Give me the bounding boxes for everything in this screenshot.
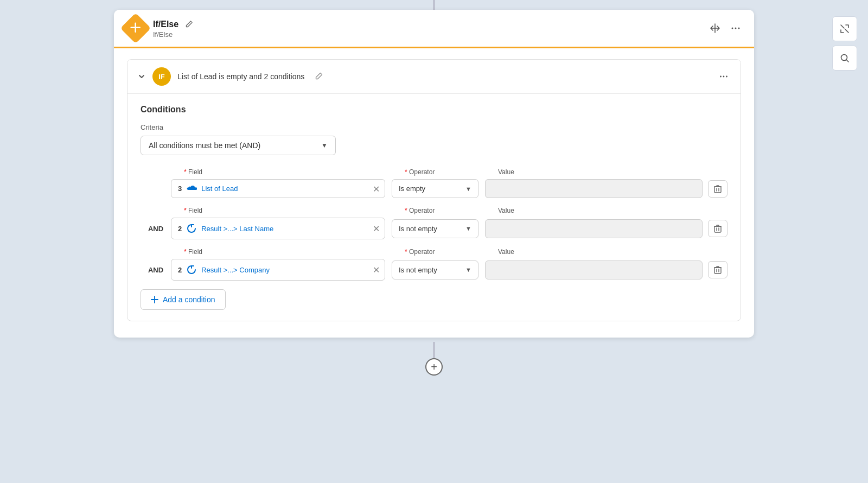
condition-block-header: IF List of Lead is empty and 2 condition…: [127, 60, 741, 94]
refresh-icon-3: [186, 264, 197, 275]
delete-row-2[interactable]: [708, 220, 727, 237]
operator-value-1: Is empty: [399, 185, 425, 193]
operator-select-2[interactable]: Is not empty ▼: [392, 219, 478, 238]
value-header-label-2: Value: [498, 207, 514, 214]
add-condition-button[interactable]: Add a condition: [141, 289, 226, 310]
field-input-2[interactable]: 2 Result >...> Last Name: [171, 218, 385, 239]
criteria-select[interactable]: All conditions must be met (AND) ▼: [141, 136, 336, 155]
plus-icon: [151, 296, 158, 303]
value-input-1[interactable]: [485, 179, 703, 198]
condition-title: List of Lead is empty and 2 conditions: [177, 72, 304, 81]
field-num-1: 3: [178, 185, 182, 193]
row2-prefix: AND: [141, 225, 171, 233]
top-connector: [433, 0, 435, 10]
operator-header-label-3: * Operator: [405, 248, 492, 256]
canvas: If/Else If/Else: [0, 0, 868, 483]
criteria-label: Criteria: [141, 123, 727, 131]
node-header: If/Else If/Else: [114, 10, 754, 47]
node-subtitle: If/Else: [153, 30, 195, 39]
svg-point-6: [723, 76, 725, 78]
condition-row-1: 3 List of Lead ✕ Is empty: [141, 179, 727, 198]
field-clear-2[interactable]: ✕: [373, 224, 380, 234]
condition-row-2: AND 2 Result >...> Last Name: [141, 218, 727, 239]
row-group-3: * Field * Operator Value AND: [141, 248, 727, 281]
operator-header-label: * Operator: [405, 168, 492, 176]
more-options-button[interactable]: [728, 21, 743, 36]
operator-chevron-3: ▼: [465, 266, 471, 273]
field-name-2: Result >...> Last Name: [201, 225, 273, 233]
operator-select-3[interactable]: Is not empty ▼: [392, 260, 478, 279]
condition-block-more-button[interactable]: [717, 69, 731, 84]
field-input-wrap-3: 2 Result >...> Company ✕: [171, 259, 385, 281]
svg-point-4: [738, 28, 740, 29]
row-group-2: * Field * Operator Value AND: [141, 207, 727, 239]
criteria-value: All conditions must be met (AND): [149, 141, 260, 150]
row-group-1: * Field * Operator Value: [141, 168, 727, 198]
field-name-3: Result >...> Company: [201, 266, 270, 274]
collapse-button[interactable]: [137, 72, 146, 81]
field-num-2: 2: [178, 225, 182, 233]
svg-point-3: [735, 28, 737, 29]
operator-select-1[interactable]: Is empty ▼: [392, 179, 478, 198]
field-num-3: 2: [178, 266, 182, 274]
condition-block: IF List of Lead is empty and 2 condition…: [127, 59, 741, 321]
refresh-icon-2: [186, 223, 197, 234]
value-header-label-3: Value: [498, 248, 514, 256]
conditions-heading: Conditions: [141, 105, 727, 115]
if-else-icon: [120, 13, 151, 44]
delete-row-1[interactable]: [708, 180, 727, 198]
value-input-2[interactable]: [485, 219, 703, 238]
svg-rect-10: [714, 268, 721, 274]
row-headers-1: * Field * Operator Value: [141, 168, 727, 176]
delete-row-3[interactable]: [708, 261, 727, 278]
conditions-section: Conditions Criteria All conditions must …: [127, 94, 741, 321]
operator-value-3: Is not empty: [399, 266, 437, 274]
criteria-chevron-icon: ▼: [321, 142, 328, 149]
svg-point-5: [720, 76, 722, 78]
operator-header-label-2: * Operator: [405, 207, 492, 214]
connector-line-bottom: [433, 342, 435, 358]
row3-prefix: AND: [141, 266, 171, 274]
edit-title-button[interactable]: [183, 18, 195, 30]
row-headers-3: * Field * Operator Value: [141, 248, 727, 256]
node-title: If/Else: [153, 18, 195, 30]
condition-row-3: AND 2 Result >...> Company: [141, 259, 727, 281]
node-card: If/Else If/Else: [114, 10, 754, 338]
expand-button[interactable]: [832, 16, 857, 41]
field-input-wrap-1: 3 List of Lead ✕: [171, 179, 385, 198]
add-step-button[interactable]: +: [425, 358, 443, 376]
salesforce-icon-1: [186, 185, 197, 193]
svg-point-2: [732, 28, 733, 29]
edit-condition-button[interactable]: [315, 72, 323, 81]
field-clear-3[interactable]: ✕: [373, 265, 380, 275]
value-header-label: Value: [498, 168, 514, 176]
condition-block-header-left: IF List of Lead is empty and 2 condition…: [137, 67, 323, 86]
field-name-1: List of Lead: [201, 185, 238, 193]
field-clear-1[interactable]: ✕: [373, 183, 380, 194]
operator-chevron-2: ▼: [465, 225, 471, 232]
svg-rect-9: [714, 226, 721, 232]
move-button[interactable]: [707, 21, 723, 36]
field-header-label-3: * Field: [184, 248, 398, 256]
svg-rect-8: [714, 187, 721, 193]
field-input-1[interactable]: 3 List of Lead: [171, 179, 385, 198]
right-panel: [832, 16, 857, 71]
value-input-3[interactable]: [485, 260, 703, 279]
svg-point-11: [841, 55, 847, 61]
field-header-label-2: * Field: [184, 207, 398, 214]
node-body: IF List of Lead is empty and 2 condition…: [114, 48, 754, 338]
node-header-right: [707, 21, 743, 36]
field-header-label: * Field: [184, 168, 398, 176]
if-badge: IF: [152, 67, 171, 86]
add-condition-label: Add a condition: [163, 295, 215, 304]
node-header-left: If/Else If/Else: [125, 17, 195, 39]
svg-point-7: [726, 76, 727, 78]
operator-chevron-1: ▼: [465, 186, 471, 192]
row-headers-2: * Field * Operator Value: [141, 207, 727, 214]
field-input-3[interactable]: 2 Result >...> Company: [171, 259, 385, 281]
field-input-wrap-2: 2 Result >...> Last Name ✕: [171, 218, 385, 239]
node-title-block: If/Else If/Else: [153, 18, 195, 39]
operator-value-2: Is not empty: [399, 225, 437, 233]
search-button[interactable]: [832, 46, 857, 71]
bottom-connector: +: [425, 342, 443, 376]
